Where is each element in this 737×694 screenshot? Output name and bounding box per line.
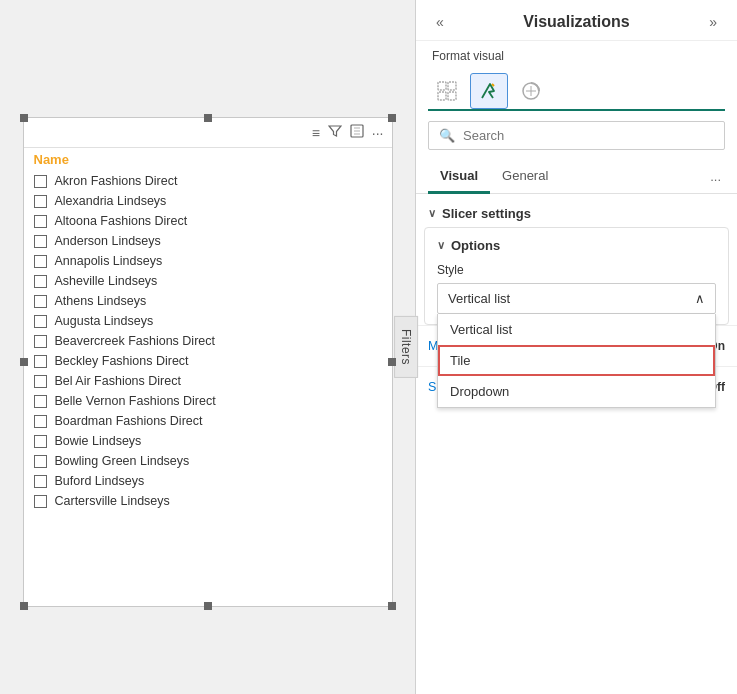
style-selected-label: Vertical list [448, 291, 510, 306]
menu-icon[interactable]: ≡ [312, 125, 320, 141]
item-label: Belle Vernon Fashions Direct [55, 394, 216, 408]
slicer-header: ≡ ··· [24, 118, 392, 148]
checkbox[interactable] [34, 315, 47, 328]
list-item[interactable]: Altoona Fashions Direct [24, 211, 392, 231]
chevron-down-icon: ∨ [428, 207, 436, 220]
checkbox[interactable] [34, 475, 47, 488]
svg-rect-3 [438, 92, 446, 100]
style-dropdown-wrapper: Vertical list ∧ Vertical list Tile Dropd… [437, 283, 716, 314]
search-input[interactable] [463, 128, 714, 143]
checkbox[interactable] [34, 435, 47, 448]
tab-visual[interactable]: Visual [428, 160, 490, 194]
tab-general[interactable]: General [490, 160, 560, 194]
item-label: Bowie Lindseys [55, 434, 142, 448]
handle-tr[interactable] [388, 114, 396, 122]
checkbox[interactable] [34, 395, 47, 408]
checkbox[interactable] [34, 215, 47, 228]
checkbox[interactable] [34, 275, 47, 288]
viz-icons-row [416, 69, 737, 109]
handle-mr[interactable] [388, 358, 396, 366]
list-item[interactable]: Anderson Lindseys [24, 231, 392, 251]
filters-tab[interactable]: Filters [394, 316, 418, 378]
expand-icon[interactable] [350, 124, 364, 141]
item-label: Buford Lindseys [55, 474, 145, 488]
analytics-btn[interactable] [512, 73, 550, 109]
checkbox[interactable] [34, 355, 47, 368]
svg-rect-2 [448, 82, 456, 90]
list-item[interactable]: Augusta Lindseys [24, 311, 392, 331]
more-icon[interactable]: ··· [372, 125, 384, 141]
dropdown-item-dropdown[interactable]: Dropdown [438, 376, 715, 407]
handle-tl[interactable] [20, 114, 28, 122]
grid-view-btn[interactable] [428, 73, 466, 109]
list-item[interactable]: Boardman Fashions Direct [24, 411, 392, 431]
list-item[interactable]: Bowling Green Lindseys [24, 451, 392, 471]
checkbox[interactable] [34, 415, 47, 428]
handle-bl[interactable] [20, 602, 28, 610]
options-label: Options [451, 238, 500, 253]
style-label: Style [437, 263, 716, 277]
right-panel: « Visualizations » Format visual [415, 0, 737, 694]
item-label: Bowling Green Lindseys [55, 454, 190, 468]
options-chevron-icon: ∨ [437, 239, 445, 252]
chevron-right-icon[interactable]: » [705, 12, 721, 32]
slicer-widget: ≡ ··· Name Akron Fashions DirectAlexandr… [23, 117, 393, 607]
item-label: Beavercreek Fashions Direct [55, 334, 215, 348]
handle-br[interactable] [388, 602, 396, 610]
style-dropdown-btn[interactable]: Vertical list ∧ [437, 283, 716, 314]
checkbox[interactable] [34, 335, 47, 348]
item-label: Athens Lindseys [55, 294, 147, 308]
item-label: Asheville Lindseys [55, 274, 158, 288]
list-item[interactable]: Annapolis Lindseys [24, 251, 392, 271]
checkbox[interactable] [34, 235, 47, 248]
list-item[interactable]: Bowie Lindseys [24, 431, 392, 451]
item-label: Annapolis Lindseys [55, 254, 163, 268]
list-item[interactable]: Athens Lindseys [24, 291, 392, 311]
list-item[interactable]: Akron Fashions Direct [24, 171, 392, 191]
search-icon: 🔍 [439, 128, 455, 143]
dropdown-chevron-icon: ∧ [695, 291, 705, 306]
item-label: Altoona Fashions Direct [55, 214, 188, 228]
item-label: Augusta Lindseys [55, 314, 154, 328]
item-label: Bel Air Fashions Direct [55, 374, 181, 388]
checkbox[interactable] [34, 195, 47, 208]
slicer-settings-label: Slicer settings [442, 206, 531, 221]
item-label: Beckley Fashions Direct [55, 354, 189, 368]
checkbox[interactable] [34, 375, 47, 388]
list-item[interactable]: Buford Lindseys [24, 471, 392, 491]
tabs-row: Visual General ... [416, 160, 737, 194]
list-item[interactable]: Beckley Fashions Direct [24, 351, 392, 371]
options-header[interactable]: ∨ Options [437, 238, 716, 253]
list-item[interactable]: Cartersville Lindseys [24, 491, 392, 511]
checkbox[interactable] [34, 175, 47, 188]
dropdown-item-vertical-list[interactable]: Vertical list [438, 314, 715, 345]
checkbox[interactable] [34, 455, 47, 468]
item-label: Alexandria Lindseys [55, 194, 167, 208]
item-label: Boardman Fashions Direct [55, 414, 203, 428]
handle-tm[interactable] [204, 114, 212, 122]
viz-header: « Visualizations » [416, 0, 737, 41]
handle-bm[interactable] [204, 602, 212, 610]
list-item[interactable]: Belle Vernon Fashions Direct [24, 391, 392, 411]
slicer-settings-header[interactable]: ∨ Slicer settings [416, 202, 737, 227]
slicer-list[interactable]: Akron Fashions DirectAlexandria Lindseys… [24, 169, 392, 597]
format-btn[interactable] [470, 73, 508, 109]
list-item[interactable]: Asheville Lindseys [24, 271, 392, 291]
list-item[interactable]: Bel Air Fashions Direct [24, 371, 392, 391]
checkbox[interactable] [34, 295, 47, 308]
dropdown-item-tile[interactable]: Tile [438, 345, 715, 376]
checkbox[interactable] [34, 255, 47, 268]
handle-ml[interactable] [20, 358, 28, 366]
checkbox[interactable] [34, 495, 47, 508]
viz-title: Visualizations [523, 13, 629, 31]
chevron-left-icon[interactable]: « [432, 12, 448, 32]
item-label: Akron Fashions Direct [55, 174, 178, 188]
filter-icon[interactable] [328, 124, 342, 141]
svg-rect-1 [438, 82, 446, 90]
list-item[interactable]: Beavercreek Fashions Direct [24, 331, 392, 351]
tab-more[interactable]: ... [706, 165, 725, 188]
list-item[interactable]: Alexandria Lindseys [24, 191, 392, 211]
left-panel: ≡ ··· Name Akron Fashions DirectAlexandr… [0, 0, 415, 694]
options-section: ∨ Options Style Vertical list ∧ Vertical… [424, 227, 729, 325]
item-label: Cartersville Lindseys [55, 494, 170, 508]
